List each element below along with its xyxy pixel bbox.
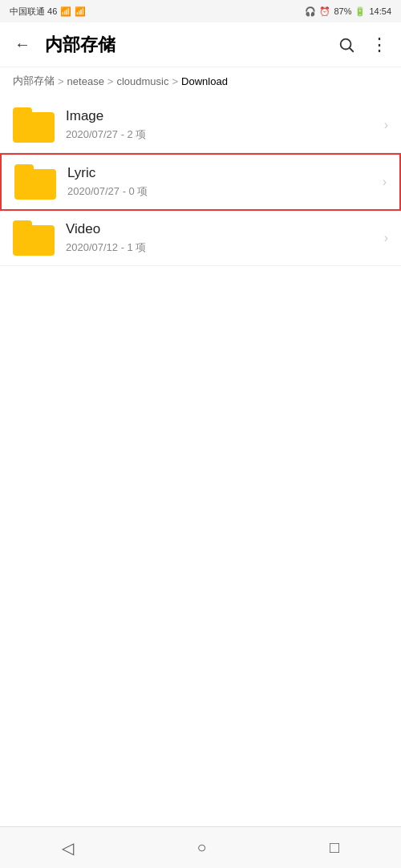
breadcrumb-item-1[interactable]: netease bbox=[67, 75, 104, 87]
status-right: 🎧 ⏰ 87% 🔋 14:54 bbox=[305, 6, 391, 17]
status-bar: 中国联通 46 📶 📶 🎧 ⏰ 87% 🔋 14:54 bbox=[0, 0, 401, 22]
chevron-icon-lyric: › bbox=[383, 175, 387, 189]
chevron-icon-video: › bbox=[384, 231, 388, 245]
nav-back-button[interactable]: ◁ bbox=[43, 832, 93, 864]
svg-point-0 bbox=[341, 38, 351, 49]
breadcrumb-sep-0: > bbox=[58, 75, 64, 87]
folder-info-image: Image 2020/07/27 - 2 项 bbox=[66, 108, 378, 142]
alarm-icon: ⏰ bbox=[319, 6, 330, 17]
status-left: 中国联通 46 📶 📶 bbox=[10, 6, 86, 18]
more-button[interactable]: ⋮ bbox=[363, 29, 395, 61]
back-button[interactable]: ← bbox=[6, 29, 38, 61]
search-button[interactable] bbox=[330, 29, 363, 61]
folder-name-video: Video bbox=[66, 221, 378, 237]
time-text: 14:54 bbox=[369, 6, 391, 16]
folder-meta-video: 2020/07/12 - 1 项 bbox=[66, 240, 378, 255]
signal-icon: 📶 bbox=[60, 6, 71, 17]
svg-line-1 bbox=[350, 48, 353, 51]
app-bar: ← 内部存储 ⋮ bbox=[0, 22, 401, 67]
folder-item-image[interactable]: Image 2020/07/27 - 2 项 › bbox=[0, 98, 401, 153]
breadcrumb-item-3[interactable]: Download bbox=[181, 75, 228, 87]
folder-info-video: Video 2020/07/12 - 1 项 bbox=[66, 221, 378, 255]
battery-icon: 🔋 bbox=[354, 6, 366, 17]
headphone-icon: 🎧 bbox=[305, 6, 316, 17]
breadcrumb-sep-2: > bbox=[172, 75, 178, 87]
back-icon: ← bbox=[14, 35, 30, 54]
folder-item-video[interactable]: Video 2020/07/12 - 1 项 › bbox=[0, 211, 401, 266]
chevron-icon-image: › bbox=[384, 118, 388, 132]
page-title: 内部存储 bbox=[45, 33, 330, 57]
bottom-nav: ◁ ○ □ bbox=[0, 826, 401, 868]
nav-back-icon: ◁ bbox=[62, 839, 74, 857]
breadcrumb-sep-1: > bbox=[107, 75, 114, 87]
folder-icon-lyric bbox=[14, 164, 56, 200]
nav-recent-icon: □ bbox=[330, 838, 339, 856]
folder-icon-video bbox=[13, 220, 55, 256]
folder-name-lyric: Lyric bbox=[67, 165, 376, 181]
battery-text: 87% bbox=[334, 6, 351, 16]
folder-info-lyric: Lyric 2020/07/27 - 0 项 bbox=[67, 165, 376, 199]
folder-meta-lyric: 2020/07/27 - 0 项 bbox=[67, 184, 376, 199]
folder-meta-image: 2020/07/27 - 2 项 bbox=[66, 127, 378, 142]
more-icon: ⋮ bbox=[371, 34, 387, 55]
folder-icon-image bbox=[13, 107, 55, 143]
folder-list: Image 2020/07/27 - 2 项 › Lyric 2020/07/2… bbox=[0, 98, 401, 266]
search-icon bbox=[338, 36, 355, 54]
breadcrumb: 内部存储 > netease > cloudmusic > Download bbox=[0, 67, 401, 95]
folder-item-lyric[interactable]: Lyric 2020/07/27 - 0 项 › bbox=[0, 153, 401, 211]
breadcrumb-item-2[interactable]: cloudmusic bbox=[116, 75, 168, 87]
wifi-icon: 📶 bbox=[75, 6, 86, 17]
nav-recent-button[interactable]: □ bbox=[310, 832, 358, 863]
breadcrumb-item-0[interactable]: 内部存储 bbox=[13, 74, 55, 88]
folder-name-image: Image bbox=[66, 108, 378, 124]
nav-home-button[interactable]: ○ bbox=[177, 832, 225, 863]
nav-home-icon: ○ bbox=[196, 838, 206, 856]
carrier-text: 中国联通 46 bbox=[10, 6, 57, 18]
